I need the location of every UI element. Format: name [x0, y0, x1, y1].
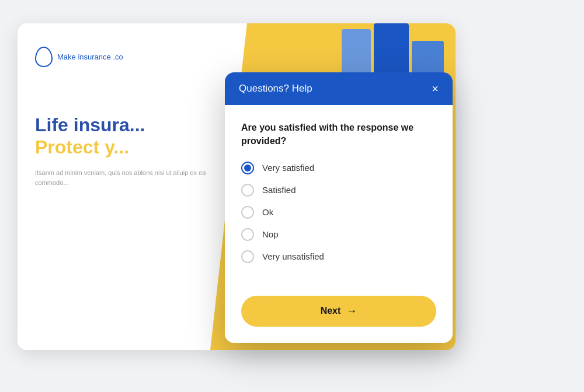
radio-option-ok[interactable]: Ok — [241, 206, 436, 219]
radio-label-satisfied: Satisfied — [262, 185, 296, 195]
modal-header: Questions? Help × — [225, 72, 453, 105]
modal-title: Questions? Help — [239, 83, 312, 94]
radio-circle-ok — [241, 206, 254, 219]
radio-circle-very-unsatisfied — [241, 250, 254, 263]
next-arrow-icon: → — [346, 305, 357, 317]
modal-dialog: Questions? Help × Are you satisfied with… — [225, 72, 453, 343]
radio-option-nop[interactable]: Nop — [241, 228, 436, 241]
radio-group: Very satisfied Satisfied Ok Nop — [241, 162, 436, 263]
next-button-label: Next — [321, 306, 341, 316]
radio-circle-satisfied — [241, 184, 254, 197]
modal-overlay: Questions? Help × Are you satisfied with… — [0, 0, 584, 392]
modal-body: Are you satisfied with the response we p… — [225, 105, 453, 296]
radio-option-very-unsatisfied[interactable]: Very unsatisfied — [241, 250, 436, 263]
radio-option-very-satisfied[interactable]: Very satisfied — [241, 162, 436, 174]
radio-label-very-satisfied: Very satisfied — [262, 163, 314, 173]
modal-close-button[interactable]: × — [432, 83, 439, 94]
modal-question: Are you satisfied with the response we p… — [241, 121, 436, 148]
radio-label-very-unsatisfied: Very unsatisfied — [262, 251, 324, 261]
next-button[interactable]: Next → — [241, 296, 436, 327]
radio-label-ok: Ok — [262, 207, 273, 217]
modal-footer: Next → — [225, 296, 453, 343]
radio-circle-very-satisfied — [241, 162, 254, 174]
radio-label-nop: Nop — [262, 229, 279, 239]
radio-circle-nop — [241, 228, 254, 241]
radio-option-satisfied[interactable]: Satisfied — [241, 184, 436, 197]
